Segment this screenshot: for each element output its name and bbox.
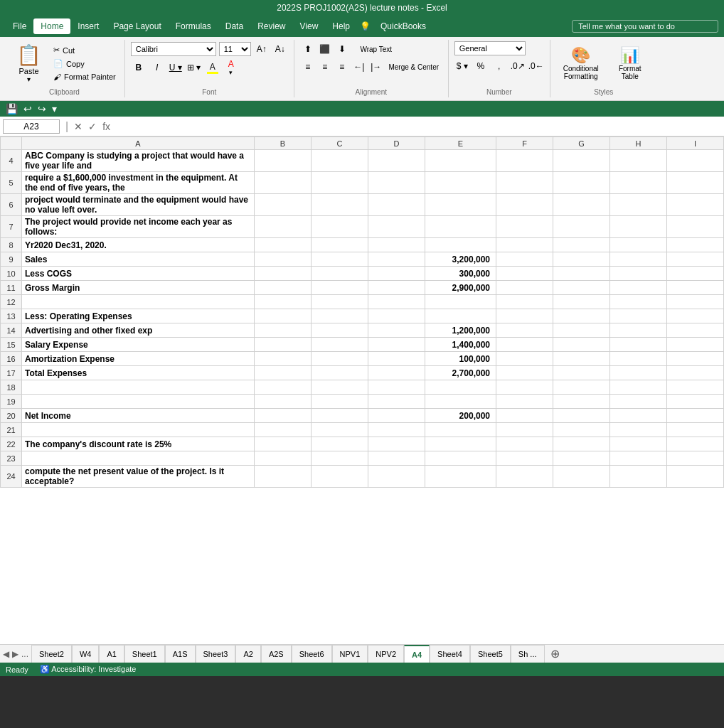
cell-11-G[interactable] xyxy=(553,281,610,295)
cell-12-C[interactable] xyxy=(312,295,368,309)
cell-10-B[interactable] xyxy=(255,267,312,281)
cell-6-I[interactable] xyxy=(667,194,724,216)
cell-24-B[interactable] xyxy=(255,466,312,488)
cell-21-E[interactable] xyxy=(425,423,496,437)
cell-23-F[interactable] xyxy=(496,451,553,466)
cell-12-F[interactable] xyxy=(496,295,553,309)
row-number[interactable]: 20 xyxy=(1,409,22,423)
align-left-button[interactable]: ≡ xyxy=(300,59,316,75)
cell-19-B[interactable] xyxy=(255,395,312,409)
cell-9-I[interactable] xyxy=(667,252,724,267)
paste-button[interactable]: 📋 Paste ▾ xyxy=(10,41,48,85)
row-number[interactable]: 19 xyxy=(1,395,22,409)
cell-20-D[interactable] xyxy=(368,409,425,423)
tab-a4[interactable]: A4 xyxy=(404,645,430,663)
tab-next-button[interactable]: ▶ xyxy=(12,649,18,659)
tab-npv2[interactable]: NPV2 xyxy=(368,645,404,663)
cell-22-E[interactable] xyxy=(425,437,496,451)
cell-24-A[interactable]: compute the net present value of the pro… xyxy=(22,466,255,488)
cell-4-I[interactable] xyxy=(667,150,724,172)
cell-11-A[interactable]: Gross Margin xyxy=(22,281,255,295)
tab-sheet3[interactable]: Sheet3 xyxy=(196,645,236,663)
cell-16-G[interactable] xyxy=(553,352,610,366)
align-center-button[interactable]: ≡ xyxy=(317,59,333,75)
cell-18-E[interactable] xyxy=(425,380,496,395)
insert-function-icon[interactable]: fx xyxy=(102,121,110,132)
menu-pagelayout[interactable]: Page Layout xyxy=(106,18,168,34)
cell-10-D[interactable] xyxy=(368,267,425,281)
cell-8-A[interactable]: Yr2020 Dec31, 2020. xyxy=(22,238,255,252)
tab-ellipsis[interactable]: ... xyxy=(21,649,28,659)
dropdown-qa-button[interactable]: ▾ xyxy=(52,103,57,114)
cell-5-B[interactable] xyxy=(255,172,312,194)
cell-20-B[interactable] xyxy=(255,409,312,423)
cell-5-G[interactable] xyxy=(553,172,610,194)
tab-sheet5[interactable]: Sheet5 xyxy=(470,645,511,663)
menu-help[interactable]: Help xyxy=(325,18,357,34)
cell-23-D[interactable] xyxy=(368,451,425,466)
cell-5-C[interactable] xyxy=(312,172,368,194)
cell-18-F[interactable] xyxy=(496,380,553,395)
cell-24-E[interactable] xyxy=(425,466,496,488)
cell-19-H[interactable] xyxy=(610,395,667,409)
cell-11-F[interactable] xyxy=(496,281,553,295)
menu-insert[interactable]: Insert xyxy=(70,18,106,34)
cell-20-F[interactable] xyxy=(496,409,553,423)
cell-12-H[interactable] xyxy=(610,295,667,309)
cell-14-C[interactable] xyxy=(312,323,368,338)
cell-5-I[interactable] xyxy=(667,172,724,194)
cell-8-I[interactable] xyxy=(667,238,724,252)
cell-17-I[interactable] xyxy=(667,366,724,380)
tab-sheet4[interactable]: Sheet4 xyxy=(430,645,470,663)
cell-13-F[interactable] xyxy=(496,309,553,323)
cell-15-D[interactable] xyxy=(368,338,425,352)
font-family-select[interactable]: Calibri xyxy=(131,42,216,56)
cell-23-A[interactable] xyxy=(22,451,255,466)
cell-9-D[interactable] xyxy=(368,252,425,267)
row-number[interactable]: 6 xyxy=(1,194,22,216)
col-header-D[interactable]: D xyxy=(368,137,425,150)
cell-22-C[interactable] xyxy=(312,437,368,451)
cell-21-D[interactable] xyxy=(368,423,425,437)
cell-12-E[interactable] xyxy=(425,295,496,309)
cell-8-G[interactable] xyxy=(553,238,610,252)
tab-sheet2[interactable]: Sheet2 xyxy=(31,645,72,663)
row-number[interactable]: 18 xyxy=(1,380,22,395)
cell-24-H[interactable] xyxy=(610,466,667,488)
menu-home[interactable]: Home xyxy=(33,18,70,34)
indent-increase-button[interactable]: |→ xyxy=(368,59,384,75)
increase-font-button[interactable]: A↑ xyxy=(254,41,270,57)
cell-15-G[interactable] xyxy=(553,338,610,352)
tab-sheet6[interactable]: Sheet6 xyxy=(292,645,332,663)
cell-23-H[interactable] xyxy=(610,451,667,466)
cell-19-A[interactable] xyxy=(22,395,255,409)
cell-24-D[interactable] xyxy=(368,466,425,488)
cell-4-H[interactable] xyxy=(610,150,667,172)
cell-14-F[interactable] xyxy=(496,323,553,338)
italic-button[interactable]: I xyxy=(149,60,165,75)
cell-14-E[interactable]: 1,200,000 xyxy=(425,323,496,338)
tab-sh...[interactable]: Sh ... xyxy=(511,645,545,663)
cell-13-E[interactable] xyxy=(425,309,496,323)
cell-21-A[interactable] xyxy=(22,423,255,437)
menu-file[interactable]: File xyxy=(6,18,33,34)
cell-6-F[interactable] xyxy=(496,194,553,216)
cell-6-A[interactable]: project would terminate and the equipmen… xyxy=(22,194,255,216)
align-bottom-button[interactable]: ⬇ xyxy=(334,41,350,57)
cell-7-C[interactable] xyxy=(312,216,368,238)
cell-13-G[interactable] xyxy=(553,309,610,323)
cell-19-C[interactable] xyxy=(312,395,368,409)
cell-9-H[interactable] xyxy=(610,252,667,267)
cell-4-F[interactable] xyxy=(496,150,553,172)
cell-12-B[interactable] xyxy=(255,295,312,309)
underline-button[interactable]: U ▾ xyxy=(168,60,183,75)
save-qa-button[interactable]: 💾 xyxy=(6,103,18,114)
cell-19-I[interactable] xyxy=(667,395,724,409)
tab-prev-button[interactable]: ◀ xyxy=(3,649,9,659)
cell-14-B[interactable] xyxy=(255,323,312,338)
decrease-font-button[interactable]: A↓ xyxy=(272,41,288,57)
row-number[interactable]: 22 xyxy=(1,437,22,451)
cell-20-I[interactable] xyxy=(667,409,724,423)
menu-view[interactable]: View xyxy=(293,18,326,34)
cell-4-D[interactable] xyxy=(368,150,425,172)
